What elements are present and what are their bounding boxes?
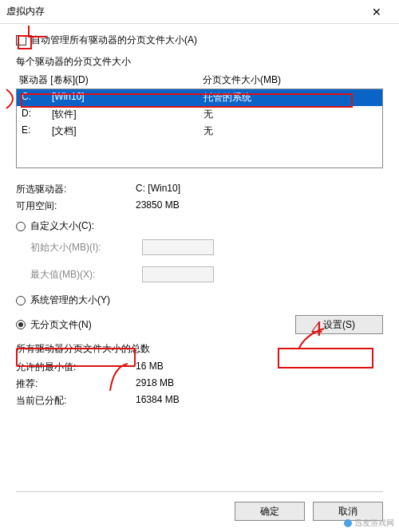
recommended-label: 推荐: — [16, 377, 136, 391]
drive-size: 托管的系统 — [203, 91, 377, 104]
col-size-header: 分页文件大小(MB) — [203, 73, 380, 87]
min-size-row: 允许的最小值: 16 MB — [16, 361, 383, 374]
ok-button[interactable]: 确定 — [235, 502, 305, 521]
custom-size-radio[interactable] — [16, 222, 26, 231]
auto-manage-checkbox[interactable] — [16, 35, 26, 45]
drive-list[interactable]: C: [Win10] 托管的系统 D: [软件] 无 E: [文档] 无 — [16, 89, 383, 168]
dialog-buttons: 确定 取消 — [16, 491, 383, 521]
allocated-label: 当前已分配: — [16, 394, 136, 408]
initial-size-row: 初始大小(MB)(I): — [30, 239, 383, 255]
drive-letter: C: — [22, 91, 52, 104]
no-paging-radio[interactable] — [16, 320, 26, 329]
allocated-row: 当前已分配: 16384 MB — [16, 394, 383, 408]
drive-row-d[interactable]: D: [软件] 无 — [17, 106, 382, 123]
totals-heading: 所有驱动器分页文件大小的总数 — [16, 342, 383, 356]
free-space-row: 可用空间: 23850 MB — [16, 199, 383, 213]
drive-label: [Win10] — [52, 91, 203, 104]
selected-drive-label: 所选驱动器: — [16, 183, 136, 196]
dialog-content: 自动管理所有驱动器的分页文件大小(A) 每个驱动器的分页文件大小 驱动器 [卷标… — [0, 24, 399, 417]
recommended-value: 2918 MB — [136, 377, 383, 391]
selected-drive-row: 所选驱动器: C: [Win10] — [16, 183, 383, 196]
drive-section-heading: 每个驱动器的分页文件大小 — [16, 55, 383, 69]
recommended-row: 推荐: 2918 MB — [16, 377, 383, 391]
free-space-label: 可用空间: — [16, 199, 136, 213]
drive-letter: E: — [22, 124, 52, 138]
window-title: 虚拟内存 — [6, 5, 361, 18]
auto-manage-row[interactable]: 自动管理所有驱动器的分页文件大小(A) — [16, 33, 383, 47]
max-size-label: 最大值(MB)(X): — [30, 268, 142, 282]
system-managed-radio-row[interactable]: 系统管理的大小(Y) — [16, 294, 383, 307]
drive-label: [文档] — [52, 124, 203, 138]
drive-size: 无 — [203, 124, 377, 138]
watermark-icon — [344, 519, 352, 527]
drive-label: [软件] — [52, 108, 203, 121]
allocated-value: 16384 MB — [136, 394, 383, 408]
close-icon[interactable]: ✕ — [361, 6, 393, 18]
selected-drive-value: C: [Win10] — [136, 183, 383, 196]
max-size-row: 最大值(MB)(X): — [30, 266, 383, 282]
no-paging-radio-row[interactable]: 无分页文件(N) — [16, 318, 295, 332]
system-managed-radio[interactable] — [16, 296, 26, 305]
system-managed-label: 系统管理的大小(Y) — [30, 294, 110, 307]
set-button[interactable]: 设置(S) — [295, 315, 383, 334]
drive-row-c[interactable]: C: [Win10] 托管的系统 — [17, 89, 382, 106]
auto-manage-label: 自动管理所有驱动器的分页文件大小(A) — [31, 33, 197, 47]
initial-size-label: 初始大小(MB)(I): — [30, 241, 142, 254]
custom-size-radio-row[interactable]: 自定义大小(C): — [16, 219, 383, 233]
titlebar: 虚拟内存 ✕ — [0, 0, 399, 24]
free-space-value: 23850 MB — [136, 199, 383, 213]
col-drive-header: 驱动器 [卷标](D) — [19, 73, 203, 87]
drive-letter: D: — [22, 108, 52, 121]
column-headers: 驱动器 [卷标](D) 分页文件大小(MB) — [16, 73, 383, 87]
drive-row-e[interactable]: E: [文档] 无 — [17, 123, 382, 140]
watermark: 迅发游戏网 — [344, 518, 394, 529]
no-paging-label: 无分页文件(N) — [30, 318, 92, 332]
min-size-value: 16 MB — [136, 361, 383, 374]
min-size-label: 允许的最小值: — [16, 361, 136, 374]
max-size-input — [142, 266, 214, 282]
initial-size-input — [142, 239, 214, 255]
custom-size-label: 自定义大小(C): — [30, 219, 94, 233]
drive-size: 无 — [203, 108, 377, 121]
watermark-text: 迅发游戏网 — [354, 518, 394, 529]
